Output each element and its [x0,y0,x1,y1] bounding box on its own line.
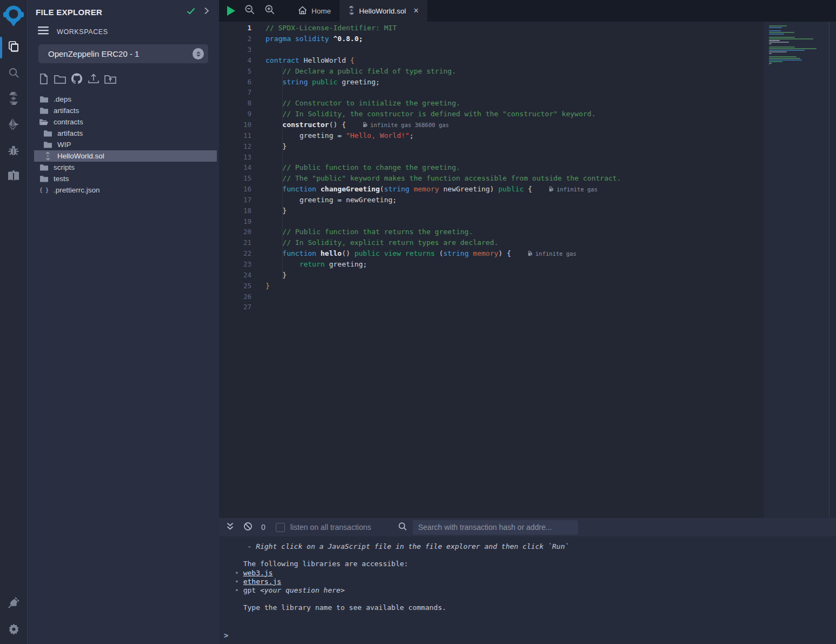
tree-item-label: HelloWorld.sol [57,152,104,160]
code-line[interactable]: 5 // Declare a public field of type stri… [219,65,764,76]
line-number: 11 [219,131,266,140]
code-line[interactable]: 1// SPDX-License-Identifier: MIT [219,23,764,34]
icon-rail [0,0,27,644]
line-number: 23 [219,260,266,268]
close-tab-icon[interactable]: × [414,6,419,15]
library-link[interactable]: web3.js [243,569,273,577]
code-line[interactable]: 13 [219,151,764,162]
folder-icon [43,141,52,148]
editor-tabbar: Home HelloWorld.sol × [219,0,836,22]
new-file-icon[interactable] [38,73,50,87]
tree-item--deps[interactable]: .deps [28,94,219,105]
code-line[interactable]: 15 // The "public" keyword makes the fun… [219,173,764,184]
code-line[interactable]: 4contract HelloWorld { [219,55,764,66]
file-tree: .depsartifactscontractsartifactsWIPHello… [28,94,219,196]
code-line[interactable]: 19 [219,216,764,227]
chevron-right-icon[interactable] [204,7,209,17]
tree-item-label: WIP [57,141,71,149]
new-folder-icon[interactable] [54,73,67,87]
code-line[interactable]: 3 [219,44,764,55]
code-line[interactable]: 22 function hello() public view returns … [219,248,764,259]
tab-helloworld-sol[interactable]: HelloWorld.sol × [340,0,427,22]
code-line[interactable]: 26 [219,291,764,302]
code-line[interactable]: 18 } [219,205,764,216]
terminal-line: interface [235,537,836,542]
line-number: 1 [219,24,266,32]
code-line[interactable]: 16 function changeGreeting(string memory… [219,184,764,195]
sidebar-item-deploy-run[interactable] [0,114,27,137]
terminal-output[interactable]: interface - Right click on a JavaScript … [219,536,836,644]
solidity-icon [348,6,355,16]
code-editor[interactable]: 1// SPDX-License-Identifier: MIT2pragma … [219,22,836,518]
tree-item-wip[interactable]: WIP [28,139,219,150]
line-number: 19 [219,217,266,225]
remix-logo-icon[interactable] [3,4,24,28]
gas-estimate: infinite gas [527,250,576,257]
tree-item-artifacts[interactable]: artifacts [28,128,219,139]
library-link[interactable]: ethers.js [243,577,281,586]
tree-item--prettierrc-json[interactable]: { }.prettierrc.json [28,184,219,196]
tab-label: HelloWorld.sol [359,7,406,15]
bug-icon [7,144,20,159]
code-line[interactable]: 12 } [219,141,764,151]
tree-item-helloworld-sol[interactable]: HelloWorld.sol [34,150,217,162]
line-number: 4 [219,56,266,64]
github-clone-icon[interactable] [70,72,83,87]
code-line[interactable]: 2pragma solidity ^0.8.0; [219,34,764,44]
sidebar-item-file-explorer[interactable] [0,36,27,59]
workspace-select[interactable]: OpenZeppelin ERC20 - 1 [38,44,208,63]
upload-folder-icon[interactable] [104,73,117,87]
minimap[interactable] [764,22,836,518]
line-number: 14 [219,163,266,171]
check-icon[interactable] [187,7,195,17]
sidebar-item-settings[interactable] [0,618,27,642]
sidebar-item-debugger[interactable] [0,140,27,163]
run-script-button[interactable] [227,6,235,16]
code-line[interactable]: 21 // In Solidity, explicit return types… [219,237,764,248]
tree-item-scripts[interactable]: scripts [28,162,219,173]
sidebar-item-search[interactable] [0,62,27,85]
line-number: 8 [219,99,266,107]
tree-item-artifacts[interactable]: artifacts [28,105,219,116]
line-number: 15 [219,174,266,182]
sidebar-item-plugin-manager[interactable] [0,592,27,616]
code-line[interactable]: 7 [219,87,764,98]
terminal-line: • web3.js [235,569,836,577]
line-number: 21 [219,238,266,247]
code-line[interactable]: 24 } [219,269,764,280]
code-line[interactable]: 17 greeting = newGreeting; [219,195,764,205]
expand-terminal-icon[interactable] [226,522,234,533]
line-number: 24 [219,271,266,279]
code-line[interactable]: 27 [219,302,764,313]
listen-transactions-checkbox[interactable] [276,523,285,532]
code-line[interactable]: 25} [219,280,764,291]
folder-icon [39,107,48,114]
folder-icon [43,130,52,137]
clear-console-icon[interactable] [243,522,253,533]
gas-estimate: infinite gas 368600 gas [362,122,449,128]
tab-home[interactable]: Home [289,0,340,22]
code-line[interactable]: 9 // In Solidity, the constructor is def… [219,109,764,119]
sidebar-item-solidity-compiler[interactable] [0,88,27,111]
editor-scrollbar[interactable] [829,22,836,518]
zoom-in-icon[interactable] [264,4,275,17]
code-line[interactable]: 20 // Public function that returns the g… [219,227,764,237]
terminal-search-input[interactable] [413,520,578,535]
terminal-prompt[interactable]: > [224,631,228,640]
upload-file-icon[interactable] [87,73,100,87]
code-line[interactable]: 11 greeting = "Hello, World!"; [219,130,764,141]
folder-open-icon [39,118,48,125]
line-number: 16 [219,185,266,193]
line-number: 17 [219,196,266,204]
code-line[interactable]: 23 return greeting; [219,259,764,270]
code-line[interactable]: 10 constructor() {infinite gas 368600 ga… [219,119,764,130]
tree-item-contracts[interactable]: contracts [28,116,219,128]
code-line[interactable]: 14 // Public function to change the gree… [219,162,764,173]
sidebar-item-learn[interactable] [0,165,27,189]
braces-icon: { } [39,187,48,194]
code-line[interactable]: 6 string public greeting; [219,76,764,87]
hamburger-menu-icon[interactable] [38,26,49,37]
code-line[interactable]: 8 // Constructor to initialize the greet… [219,98,764,109]
tree-item-tests[interactable]: tests [28,173,219,184]
zoom-out-icon[interactable] [244,4,255,17]
